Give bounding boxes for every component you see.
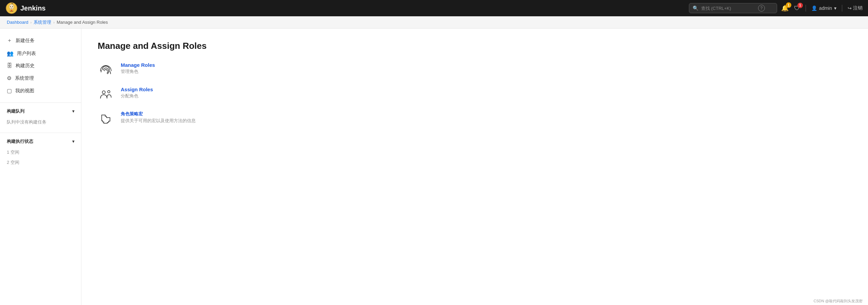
search-help-icon[interactable]: ? (758, 5, 765, 12)
notifications-button[interactable]: 🔔 1 (781, 4, 789, 12)
build-queue-title: 构建队列 (7, 108, 24, 114)
square-icon: ▢ (7, 88, 12, 94)
search-icon: 🔍 (693, 5, 698, 11)
build-exec-header[interactable]: 构建执行状态 ▾ (0, 136, 81, 147)
build-exec-section: 构建执行状态 ▾ 1 空闲 2 空闲 (0, 133, 81, 168)
jenkins-title: Jenkins (20, 4, 45, 12)
assign-roles-content: Assign Roles 分配角色 (121, 87, 153, 99)
role-macro-link[interactable]: 角色策略宏 (121, 111, 143, 116)
user-label: admin (819, 5, 832, 11)
search-input[interactable] (701, 6, 755, 11)
manage-roles-card: Manage Roles 管理角色 (98, 62, 852, 78)
breadcrumb: Dashboard › 系统管理 › Manage and Assign Rol… (0, 16, 868, 28)
puzzle-icon (99, 112, 113, 126)
sidebar-item-myview[interactable]: ▢ 我的视图 (0, 84, 81, 97)
svg-rect-4 (11, 9, 12, 12)
plus-icon: ＋ (7, 37, 12, 44)
svg-point-2 (10, 6, 11, 7)
role-macro-icon (98, 111, 114, 127)
inbox-icon: 🗄 (7, 63, 12, 69)
role-macro-desc: 提供关于可用的宏以及使用方法的信息 (121, 118, 196, 124)
logout-label: 注销 (853, 5, 863, 11)
sidebar: ＋ 新建任务 👥 用户列表 🗄 构建历史 ⚙ 系统管理 ▢ 我的视图 构建队列 … (0, 28, 81, 305)
assign-roles-link[interactable]: Assign Roles (121, 87, 153, 92)
footer-text: CSDN @敲代码敲到头发茂密 (814, 299, 863, 303)
gear-icon: ⚙ (7, 75, 12, 81)
manage-roles-zh: 管理角色 (121, 69, 155, 75)
svg-point-5 (102, 91, 105, 94)
sidebar-item-label: 构建历史 (16, 63, 35, 69)
logout-icon: ↪ (848, 5, 852, 11)
breadcrumb-system[interactable]: 系统管理 (34, 19, 51, 25)
assign-roles-card: Assign Roles 分配角色 (98, 87, 852, 103)
notifications-badge: 1 (786, 2, 791, 8)
assign-roles-icon (98, 87, 114, 103)
page-title: Manage and Assign Roles (98, 41, 852, 51)
user-menu-button[interactable]: 👤 admin ▾ (811, 5, 836, 11)
footer: CSDN @敲代码敲到头发茂密 (808, 297, 868, 305)
user-chevron-icon: ▾ (834, 5, 836, 11)
user-icon: 👤 (811, 5, 817, 11)
build-queue-chevron: ▾ (72, 109, 74, 114)
role-cards-list: Manage Roles 管理角色 (98, 62, 852, 127)
top-navigation: Jenkins 🔍 ? 🔔 1 🛡 1 👤 admin ▾ ↪ 注销 (0, 0, 868, 16)
build-queue-section: 构建队列 ▾ 队列中没有构建任务 (0, 102, 81, 127)
divider2 (842, 5, 842, 12)
breadcrumb-dashboard[interactable]: Dashboard (7, 20, 28, 25)
logout-button[interactable]: ↪ 注销 (848, 5, 863, 11)
sidebar-item-label: 我的视图 (15, 88, 34, 94)
manage-roles-content: Manage Roles 管理角色 (121, 62, 155, 75)
jenkins-logo[interactable]: Jenkins (5, 2, 45, 14)
build-queue-header[interactable]: 构建队列 ▾ (0, 106, 81, 117)
divider (806, 5, 806, 12)
security-badge: 1 (797, 3, 803, 8)
sidebar-item-build-history[interactable]: 🗄 构建历史 (0, 60, 81, 72)
sidebar-item-users[interactable]: 👥 用户列表 (0, 47, 81, 60)
role-macro-card: 角色策略宏 提供关于可用的宏以及使用方法的信息 (98, 111, 852, 127)
svg-point-1 (9, 4, 14, 9)
bc-sep-1: › (31, 20, 32, 24)
bc-sep-2: › (53, 20, 55, 24)
manage-roles-link[interactable]: Manage Roles (121, 62, 155, 68)
fingerprint-icon (99, 63, 113, 77)
sidebar-item-label: 系统管理 (15, 75, 34, 81)
sidebar-item-new-task[interactable]: ＋ 新建任务 (0, 34, 81, 47)
sidebar-item-label: 新建任务 (16, 38, 35, 44)
main-content: Manage and Assign Roles (81, 28, 868, 305)
role-macro-content: 角色策略宏 提供关于可用的宏以及使用方法的信息 (121, 111, 196, 124)
svg-point-3 (12, 6, 13, 7)
build-exec-chevron: ▾ (72, 139, 74, 144)
build-exec-title: 构建执行状态 (7, 138, 33, 145)
sidebar-item-label: 用户列表 (17, 51, 36, 57)
svg-point-6 (108, 91, 110, 93)
manage-roles-icon (98, 62, 114, 78)
build-exec-item-1: 1 空闲 (0, 147, 81, 157)
page-layout: ＋ 新建任务 👥 用户列表 🗄 构建历史 ⚙ 系统管理 ▢ 我的视图 构建队列 … (0, 28, 868, 305)
build-queue-empty: 队列中没有构建任务 (0, 117, 81, 127)
assign-roles-zh: 分配角色 (121, 93, 153, 99)
topnav-actions: 🔔 1 🛡 1 👤 admin ▾ ↪ 注销 (781, 4, 863, 12)
users-icon: 👥 (7, 50, 14, 57)
jenkins-logo-icon (5, 2, 18, 14)
build-exec-item-2: 2 空闲 (0, 157, 81, 168)
security-button[interactable]: 🛡 1 (794, 5, 800, 12)
sidebar-item-system[interactable]: ⚙ 系统管理 (0, 72, 81, 84)
search-bar[interactable]: 🔍 ? (689, 3, 777, 13)
breadcrumb-current: Manage and Assign Roles (57, 20, 108, 25)
assign-icon (99, 88, 113, 102)
